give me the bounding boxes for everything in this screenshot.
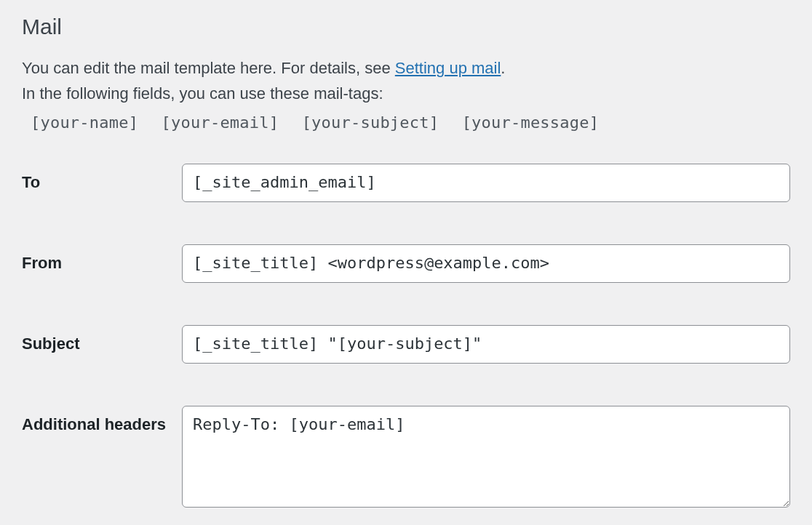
additional-headers-textarea[interactable]: Reply-To: [your-email] [182,406,790,508]
mail-tag-your-email: [your-email] [162,113,279,132]
mail-tag-your-name: [your-name] [31,113,138,132]
to-row: To [22,164,790,202]
mail-tags-line: [your-name] [your-email] [your-subject] … [31,113,790,132]
intro-text-1-suffix: . [501,59,505,77]
subject-label: Subject [22,325,182,356]
mail-form-table: To From Subject Additional headers Reply… [22,164,790,511]
mail-section-title: Mail [22,15,790,39]
from-label: From [22,244,182,276]
to-input[interactable] [182,164,790,202]
subject-input[interactable] [182,325,790,364]
mail-tag-your-message: [your-message] [462,113,600,132]
from-row: From [22,244,790,283]
setting-up-mail-link[interactable]: Setting up mail [395,59,501,77]
intro-line-1: You can edit the mail template here. For… [22,55,790,81]
from-input[interactable] [182,244,790,283]
additional-headers-row: Additional headers Reply-To: [your-email… [22,406,790,512]
mail-tag-your-subject: [your-subject] [302,113,439,132]
intro-text-1: You can edit the mail template here. For… [22,59,395,77]
intro-line-2: In the following fields, you can use the… [22,81,790,106]
additional-headers-label: Additional headers [22,406,182,437]
to-label: To [22,164,182,195]
subject-row: Subject [22,325,790,364]
